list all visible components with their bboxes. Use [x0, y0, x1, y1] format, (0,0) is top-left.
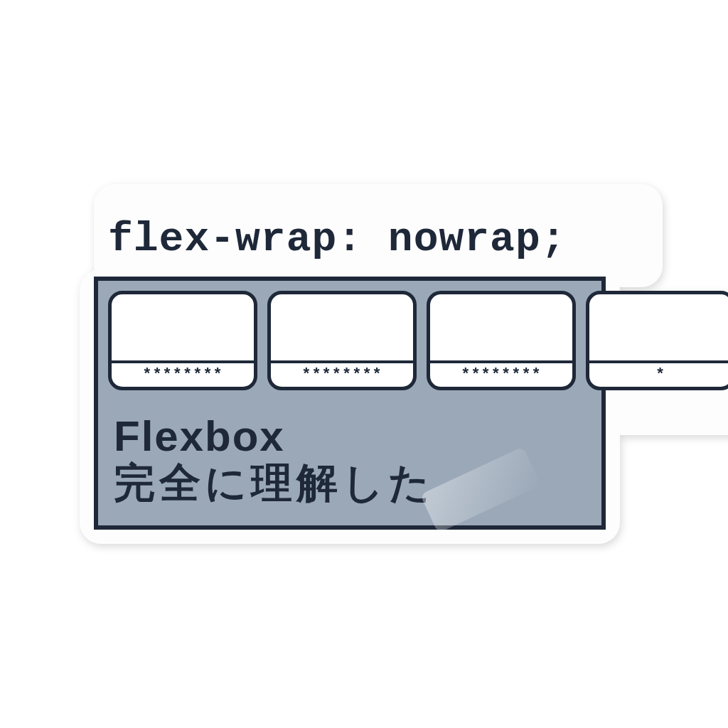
css-code-line: flex-wrap: nowrap;: [73, 198, 655, 277]
caption: Flexbox 完全に理解した: [98, 400, 601, 525]
sticker: flex-wrap: nowrap; ******** ******** ***…: [73, 198, 655, 530]
caption-line-1: Flexbox: [114, 413, 601, 460]
flex-row: ******** ******** ******** *: [98, 281, 728, 400]
flex-item-label: ********: [430, 363, 572, 387]
flex-item-overflow: *: [586, 291, 728, 390]
flex-item: ********: [427, 291, 576, 390]
sticker-content: flex-wrap: nowrap; ******** ******** ***…: [73, 198, 655, 530]
flex-item-label: ********: [112, 363, 254, 387]
caption-line-2: 完全に理解した: [114, 460, 601, 505]
flex-item-label: ********: [271, 363, 413, 387]
flex-container: ******** ******** ******** * Flexbox 完全に…: [94, 277, 606, 530]
flex-item: ********: [108, 291, 257, 390]
flex-item-label: *: [589, 363, 728, 387]
flex-item: ********: [267, 291, 417, 390]
